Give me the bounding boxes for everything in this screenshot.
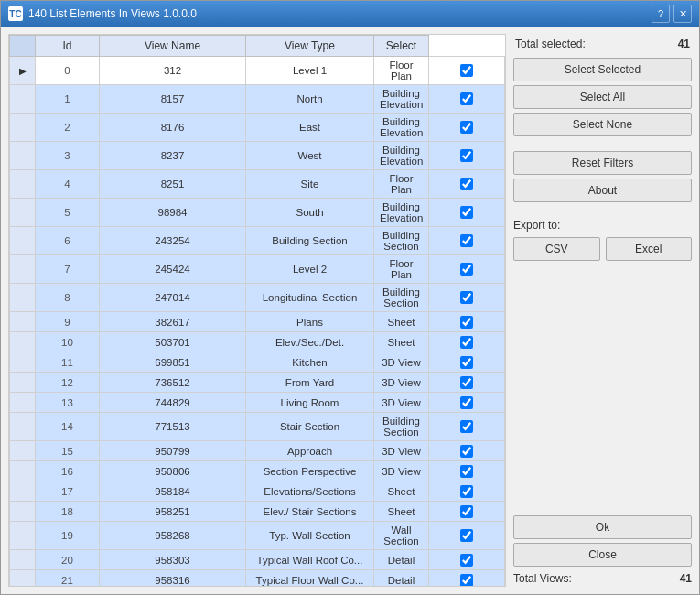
table-row[interactable]: 8247014Longitudinal SectionBuilding Sect… — [10, 284, 505, 312]
row-view-type: Building Section — [374, 227, 429, 255]
row-checkbox[interactable] — [460, 336, 473, 349]
row-checkbox[interactable] — [460, 178, 473, 190]
table-row[interactable]: 19958268Typ. Wall SectionWall Section — [10, 522, 505, 550]
row-number: 12 — [36, 373, 100, 393]
row-id: 8251 — [100, 170, 246, 199]
select-none-button[interactable]: Select None — [513, 113, 692, 136]
row-checkbox[interactable] — [460, 64, 473, 77]
row-view-type: Building Elevation — [374, 199, 429, 227]
table-row[interactable]: 6243254Building SectionBuilding Section — [10, 227, 505, 255]
row-checkbox[interactable] — [460, 465, 473, 478]
help-button[interactable]: ? — [652, 5, 670, 23]
ok-button[interactable]: Ok — [513, 515, 692, 539]
row-checkbox[interactable] — [460, 206, 473, 219]
excel-button[interactable]: Excel — [606, 237, 693, 261]
table-row[interactable]: 48251SiteFloor Plan — [10, 170, 505, 199]
row-number: 13 — [36, 393, 100, 413]
row-indicator — [10, 522, 36, 550]
row-view-type: 3D View — [374, 373, 429, 393]
row-number: 3 — [36, 142, 100, 170]
row-checkbox[interactable] — [460, 574, 473, 587]
row-checkbox[interactable] — [460, 92, 473, 105]
table-row[interactable]: 598984SouthBuilding Elevation — [10, 199, 505, 227]
table-row[interactable]: 21958316Typical Floor Wall Co...Detail — [10, 570, 505, 587]
row-view-type: Floor Plan — [374, 57, 429, 85]
table-row[interactable]: ▶0312Level 1Floor Plan — [10, 57, 505, 85]
row-select-cell — [429, 522, 505, 550]
row-checkbox[interactable] — [460, 291, 473, 304]
row-number: 16 — [36, 461, 100, 481]
row-view-type: Building Elevation — [374, 142, 429, 170]
row-view-name: South — [246, 199, 374, 227]
title-bar-left: TC 140 List Elements In Views 1.0.0.0 — [8, 6, 197, 21]
row-select-cell — [429, 57, 505, 85]
row-view-type: Floor Plan — [374, 255, 429, 284]
row-id: 8157 — [100, 85, 246, 114]
row-checkbox[interactable] — [460, 396, 473, 409]
row-view-type: Building Section — [374, 413, 429, 441]
row-checkbox[interactable] — [460, 554, 473, 567]
table-row[interactable]: 17958184Elevations/SectionsSheet — [10, 481, 505, 502]
row-select-cell — [429, 373, 505, 393]
bottom-buttons: Ok Close Total Views: 41 — [513, 515, 692, 587]
table-row[interactable]: 28176EastBuilding Elevation — [10, 114, 505, 142]
table-row[interactable]: 7245424Level 2Floor Plan — [10, 255, 505, 284]
table-row[interactable]: 11699851Kitchen3D View — [10, 352, 505, 373]
row-checkbox[interactable] — [460, 420, 473, 433]
row-checkbox[interactable] — [460, 445, 473, 458]
row-view-type: Sheet — [374, 481, 429, 502]
row-view-name: Section Perspective — [246, 461, 374, 481]
row-number: 15 — [36, 441, 100, 461]
row-id: 958184 — [100, 481, 246, 502]
row-view-name: Level 2 — [246, 255, 374, 284]
table-row[interactable]: 20958303Typical Wall Roof Co...Detail — [10, 550, 505, 570]
row-checkbox[interactable] — [460, 316, 473, 329]
row-checkbox[interactable] — [460, 485, 473, 498]
row-checkbox[interactable] — [460, 505, 473, 518]
row-select-cell — [429, 85, 505, 114]
col-header-view-type: View Type — [246, 36, 374, 57]
row-id: 312 — [100, 57, 246, 85]
row-view-name: East — [246, 114, 374, 142]
table-row[interactable]: 15950799Approach3D View — [10, 441, 505, 461]
row-id: 950806 — [100, 461, 246, 481]
row-checkbox[interactable] — [460, 356, 473, 369]
close-window-button[interactable]: ✕ — [673, 5, 692, 23]
table-row[interactable]: 14771513Stair SectionBuilding Section — [10, 413, 505, 441]
row-number: 14 — [36, 413, 100, 441]
row-id: 247014 — [100, 284, 246, 312]
close-button[interactable]: Close — [513, 543, 692, 567]
table-row[interactable]: 18958251Elev./ Stair SectionsSheet — [10, 502, 505, 522]
about-button[interactable]: About — [513, 178, 692, 202]
reset-filters-button[interactable]: Reset Filters — [513, 151, 692, 175]
row-checkbox[interactable] — [460, 234, 473, 247]
col-header-view-name: View Name — [100, 36, 246, 57]
table-row[interactable]: 13744829Living Room3D View — [10, 393, 505, 413]
select-selected-button[interactable]: Select Selected — [513, 58, 692, 81]
row-checkbox[interactable] — [460, 149, 473, 162]
row-view-type: 3D View — [374, 352, 429, 373]
row-number: 0 — [36, 57, 100, 85]
row-select-cell — [429, 199, 505, 227]
table-row[interactable]: 9382617PlansSheet — [10, 312, 505, 332]
table-row[interactable]: 12736512From Yard3D View — [10, 373, 505, 393]
row-indicator — [10, 481, 36, 502]
total-views-value: 41 — [680, 572, 692, 585]
csv-button[interactable]: CSV — [513, 237, 600, 261]
table-scroll[interactable]: Id View Name View Type Select ▶0312Level… — [9, 35, 505, 586]
row-checkbox[interactable] — [460, 263, 473, 276]
export-label: Export to: — [513, 217, 692, 233]
data-table: Id View Name View Type Select ▶0312Level… — [9, 35, 505, 586]
table-row[interactable]: 10503701Elev./Sec./Det.Sheet — [10, 332, 505, 352]
row-number: 10 — [36, 332, 100, 352]
row-select-cell — [429, 227, 505, 255]
row-checkbox[interactable] — [460, 376, 473, 389]
row-checkbox[interactable] — [460, 529, 473, 542]
table-row[interactable]: 18157NorthBuilding Elevation — [10, 85, 505, 114]
select-all-button[interactable]: Select All — [513, 85, 692, 109]
row-checkbox[interactable] — [460, 121, 473, 134]
table-row[interactable]: 16950806Section Perspective3D View — [10, 461, 505, 481]
table-row[interactable]: 38237WestBuilding Elevation — [10, 142, 505, 170]
row-indicator — [10, 142, 36, 170]
row-id: 771513 — [100, 413, 246, 441]
